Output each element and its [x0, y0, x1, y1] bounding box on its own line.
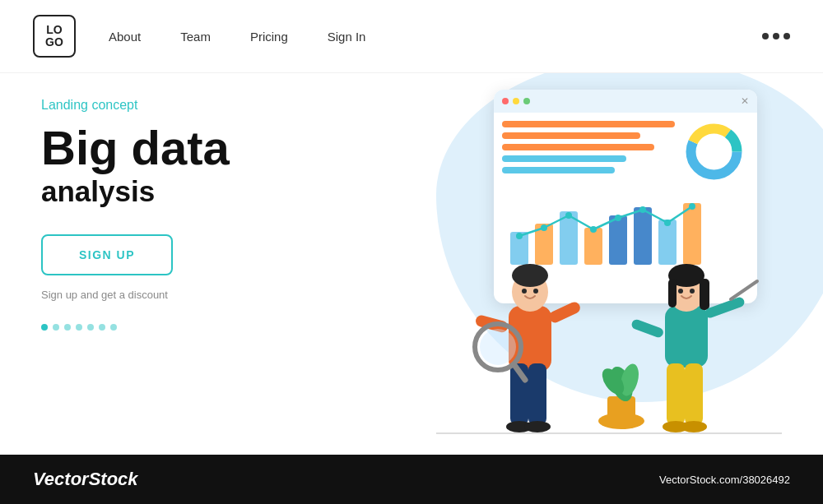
hero-title-line1: Big data [41, 124, 313, 172]
mockup-header: ✕ [494, 90, 757, 113]
mockup-dot-yellow [513, 98, 519, 104]
svg-point-32 [524, 421, 551, 432]
svg-rect-46 [685, 363, 703, 425]
header: LO GO About Team Pricing Sign In [0, 0, 823, 73]
progress-indicator [41, 324, 313, 331]
svg-rect-49 [704, 296, 746, 319]
svg-point-39 [533, 289, 538, 294]
landing-concept-label: Landing concept [41, 98, 313, 113]
progress-dot-5 [87, 324, 94, 331]
svg-point-52 [678, 289, 683, 294]
characters-illustration [387, 141, 815, 454]
nav-signin[interactable]: Sign In [328, 30, 366, 44]
mockup-close-icon: ✕ [741, 95, 749, 107]
menu-dot-1 [762, 33, 769, 39]
bottom-bar: VectorStock VectorStock.com/38026492 [0, 455, 823, 504]
progress-dot-2 [53, 324, 59, 331]
menu-dot-3 [783, 33, 790, 39]
svg-rect-22 [607, 396, 635, 423]
signup-button[interactable]: SIGN UP [41, 234, 173, 275]
svg-point-48 [681, 421, 707, 432]
mockup-dot-green [523, 98, 530, 104]
svg-rect-43 [668, 279, 677, 307]
logo: LO GO [33, 15, 76, 58]
main-nav: About Team Pricing Sign In [109, 30, 365, 44]
mockup-text-line-1 [502, 121, 675, 127]
cta-subtext: Sign up and get a discount [41, 289, 313, 301]
svg-point-38 [522, 289, 527, 294]
menu-dot-2 [773, 33, 779, 39]
progress-dot-7 [110, 324, 117, 331]
svg-rect-40 [665, 306, 708, 368]
progress-dot-6 [99, 324, 105, 331]
svg-rect-30 [528, 363, 546, 425]
svg-rect-45 [667, 363, 685, 425]
brand-name-left: VectorStock [33, 469, 138, 490]
svg-point-28 [512, 264, 548, 287]
progress-dot-3 [64, 324, 71, 331]
progress-dot-1 [41, 324, 48, 331]
nav-about[interactable]: About [109, 30, 141, 44]
hero-left: Landing concept Big data analysis SIGN U… [0, 73, 346, 454]
progress-dot-4 [76, 324, 82, 331]
hero-title-line2: analysis [41, 175, 313, 208]
svg-point-36 [480, 329, 516, 365]
brand-name-right: VectorStock.com/38026492 [659, 474, 790, 486]
svg-rect-51 [630, 318, 665, 339]
svg-rect-34 [547, 300, 582, 325]
nav-pricing[interactable]: Pricing [250, 30, 288, 44]
more-menu[interactable] [762, 33, 790, 39]
svg-point-53 [690, 289, 695, 294]
main-content: Landing concept Big data analysis SIGN U… [0, 73, 823, 454]
hero-illustration: ✕ [346, 73, 823, 454]
nav-team[interactable]: Team [180, 30, 211, 44]
mockup-text-line-2 [502, 132, 640, 139]
mockup-dot-red [502, 98, 509, 104]
svg-line-50 [731, 281, 757, 299]
svg-rect-44 [700, 279, 709, 310]
